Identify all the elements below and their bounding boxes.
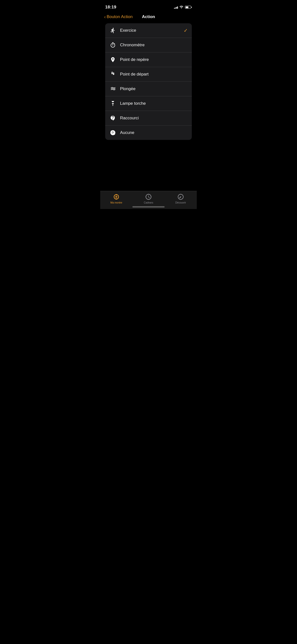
raccourci-label: Raccourci [120, 116, 188, 120]
ma-montre-label: Ma montre [110, 201, 122, 204]
exercice-label: Exercice [120, 28, 184, 33]
list-item-exercice[interactable]: Exercice ✓ [105, 23, 192, 38]
list-item-point-depart[interactable]: Point de départ [105, 67, 192, 82]
list-item-chronometre[interactable]: Chronomètre [105, 38, 192, 52]
tab-ma-montre[interactable]: Ma montre [108, 193, 125, 204]
svg-point-1 [113, 73, 114, 75]
startpoint-icon [109, 70, 116, 78]
svg-rect-9 [116, 194, 117, 195]
chronometre-label: Chronomètre [120, 42, 188, 48]
cadrans-icon [145, 193, 152, 200]
list-item-point-repere[interactable]: Point de repère [105, 52, 192, 67]
flashlight-icon [109, 100, 116, 107]
signal-icon [174, 6, 178, 9]
point-depart-label: Point de départ [120, 72, 188, 77]
back-label: Bouton Action [107, 14, 133, 19]
status-bar: 18:19 [100, 0, 197, 12]
decouvrir-icon [177, 193, 184, 200]
tab-cadrans[interactable]: Cadrans [140, 193, 157, 204]
back-button[interactable]: ‹ Bouton Action [104, 14, 133, 20]
action-list: Exercice ✓ Chronomètre Point de repère [105, 23, 192, 140]
tab-decouvrir[interactable]: Découvrir [172, 193, 189, 204]
svg-rect-15 [151, 196, 151, 197]
svg-point-2 [112, 72, 112, 73]
aucune-label: Aucune [120, 130, 188, 135]
svg-point-0 [112, 72, 113, 74]
plongee-label: Plongée [120, 86, 188, 91]
lampe-torche-label: Lampe torche [120, 101, 188, 106]
decouvrir-label: Découvrir [176, 201, 186, 204]
status-icons [174, 5, 192, 10]
list-item-lampe-torche[interactable]: Lampe torche [105, 96, 192, 111]
list-item-aucune[interactable]: Aucune [105, 126, 192, 140]
content-area: Exercice ✓ Chronomètre Point de repère [100, 23, 197, 140]
svg-rect-4 [112, 105, 113, 106]
cadrans-label: Cadrans [144, 201, 153, 204]
svg-point-11 [116, 196, 117, 198]
wifi-icon [180, 5, 184, 10]
svg-rect-13 [148, 199, 149, 200]
back-chevron-icon: ‹ [104, 14, 106, 20]
svg-point-16 [180, 196, 181, 197]
svg-rect-14 [146, 196, 146, 197]
status-time: 18:19 [105, 5, 116, 10]
svg-rect-12 [148, 194, 149, 194]
page-title: Action [142, 14, 155, 19]
point-repere-label: Point de repère [120, 57, 188, 62]
svg-rect-10 [116, 198, 117, 200]
waypoint-icon [109, 56, 116, 64]
battery-icon [185, 6, 192, 9]
stopwatch-icon [109, 41, 116, 49]
exercise-icon [109, 27, 116, 34]
home-indicator [132, 206, 164, 208]
dive-icon [109, 85, 116, 92]
shortcut-icon [109, 114, 116, 122]
exercice-checkmark: ✓ [184, 28, 188, 34]
ma-montre-icon [112, 193, 120, 200]
list-item-plongee[interactable]: Plongée [105, 82, 192, 96]
nav-header: ‹ Bouton Action Action [100, 12, 197, 23]
none-icon [109, 129, 116, 136]
svg-point-3 [113, 72, 114, 74]
list-item-raccourci[interactable]: Raccourci [105, 111, 192, 126]
